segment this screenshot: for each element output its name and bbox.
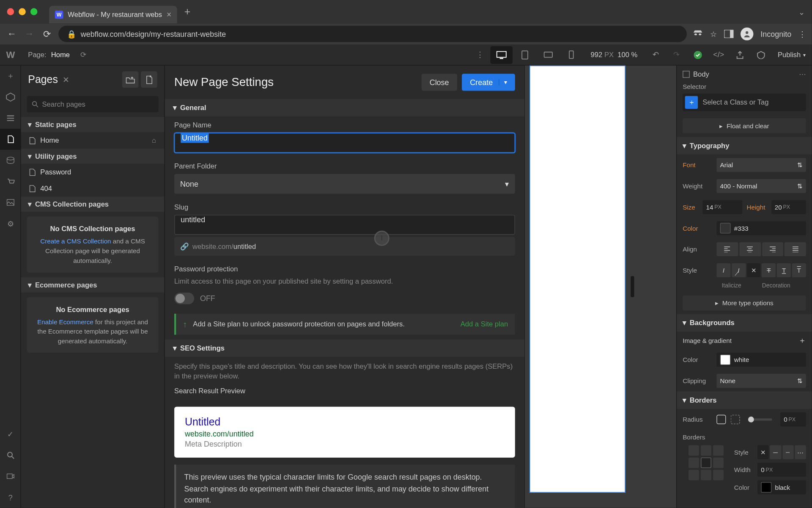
address-bar[interactable]: 🔒 webflow.com/design/my-restaurant-websi… xyxy=(58,26,687,42)
publish-button[interactable]: Publish▾ xyxy=(772,51,812,59)
viewport-desktop-button[interactable] xyxy=(490,46,513,63)
element-breadcrumb[interactable]: Body ⋯ xyxy=(677,66,812,83)
page-item-home[interactable]: Home ⌂ xyxy=(21,132,165,149)
add-background-button[interactable]: ＋ xyxy=(798,335,806,346)
cms-pages-header[interactable]: ▾ CMS Collection pages xyxy=(21,196,165,212)
border-solid-button[interactable]: ─ xyxy=(770,445,781,459)
text-color-swatch[interactable] xyxy=(720,223,731,234)
tab-close-icon[interactable]: × xyxy=(167,10,171,19)
line-height-input[interactable]: 20PX xyxy=(771,200,806,214)
page-item-password[interactable]: Password xyxy=(21,164,165,180)
add-element-icon[interactable]: ＋ xyxy=(0,66,21,87)
float-clear-toggle[interactable]: ▸ Float and clear xyxy=(683,118,806,133)
page-item-404[interactable]: 404 xyxy=(21,180,165,197)
star-icon[interactable]: ☆ xyxy=(710,30,717,39)
design-canvas[interactable] xyxy=(525,66,676,508)
tabs-dropdown-icon[interactable]: ⌄ xyxy=(798,7,805,16)
search-rail-icon[interactable] xyxy=(0,444,21,466)
border-width-input[interactable]: 0PX xyxy=(757,463,806,477)
bg-color-swatch[interactable] xyxy=(720,354,731,365)
align-right-button[interactable] xyxy=(762,242,783,256)
undo-button[interactable]: ↶ xyxy=(646,46,666,63)
enable-ecom-link[interactable]: Enable Ecommerce xyxy=(37,318,93,325)
seo-section-header[interactable]: ▾ SEO Settings xyxy=(165,339,524,356)
export-icon[interactable] xyxy=(730,46,750,63)
strike-button[interactable]: T xyxy=(762,263,776,277)
new-tab-button[interactable]: + xyxy=(184,6,191,18)
border-dashed-button[interactable]: ┄ xyxy=(782,445,794,459)
radius-input[interactable]: 0PX xyxy=(780,412,806,426)
window-maximize-button[interactable] xyxy=(30,8,38,15)
border-side-picker[interactable] xyxy=(689,445,724,480)
weight-select[interactable]: 400 - Normal⇅ xyxy=(716,179,806,193)
general-section-header[interactable]: ▾ General xyxy=(165,99,524,116)
browser-menu-icon[interactable]: ⋮ xyxy=(798,30,806,39)
reload-button[interactable]: ⟳ xyxy=(41,28,53,39)
border-all[interactable] xyxy=(701,458,711,468)
window-close-button[interactable] xyxy=(7,8,14,15)
close-button[interactable]: Close xyxy=(421,74,457,91)
align-left-button[interactable] xyxy=(716,242,738,256)
overline-button[interactable]: T xyxy=(792,263,806,277)
align-justify-button[interactable] xyxy=(785,242,806,256)
border-dotted-button[interactable]: ⋯ xyxy=(795,445,806,459)
create-button[interactable]: Create▾ xyxy=(462,74,515,91)
border-left[interactable] xyxy=(689,458,699,468)
settings-rail-icon[interactable]: ⚙ xyxy=(0,213,21,234)
ecom-pages-header[interactable]: ▾ Ecommerce pages xyxy=(21,277,165,292)
slug-input[interactable]: untitled xyxy=(174,215,515,235)
password-toggle[interactable] xyxy=(174,293,194,304)
create-dropdown-icon[interactable]: ▾ xyxy=(499,79,507,86)
help-icon[interactable]: ? xyxy=(0,487,21,508)
radius-individual-icon[interactable] xyxy=(731,415,740,424)
static-pages-header[interactable]: ▾ Static pages xyxy=(21,117,165,132)
viewport-landscape-button[interactable] xyxy=(537,46,559,63)
borders-header[interactable]: ▾ Borders xyxy=(677,392,812,409)
redo-button[interactable]: ↷ xyxy=(667,46,686,63)
parent-folder-select[interactable]: None▾ xyxy=(174,174,515,193)
border-bottom[interactable] xyxy=(701,470,711,480)
page-name-input[interactable]: Untitled xyxy=(174,133,515,153)
back-button[interactable]: ← xyxy=(6,29,18,39)
pages-icon[interactable] xyxy=(0,129,21,150)
assets-icon[interactable] xyxy=(0,192,21,213)
profile-avatar-icon[interactable] xyxy=(741,28,753,40)
new-folder-button[interactable] xyxy=(122,72,139,88)
typography-header[interactable]: ▾ Typography xyxy=(677,137,812,154)
kebab-menu-icon[interactable]: ⋮ xyxy=(470,46,490,63)
class-selector-input[interactable]: ＋ Select a Class or Tag xyxy=(683,94,806,111)
utility-pages-header[interactable]: ▾ Utility pages xyxy=(21,149,165,164)
webflow-logo-icon[interactable]: W xyxy=(0,44,21,65)
canvas-resize-handle[interactable] xyxy=(631,276,634,297)
video-icon[interactable] xyxy=(0,466,21,487)
checklist-icon[interactable]: ✓ xyxy=(0,424,21,445)
border-top[interactable] xyxy=(701,445,711,456)
breadcrumb-more-icon[interactable]: ⋯ xyxy=(799,70,806,78)
create-cms-link[interactable]: Create a CMS Collection xyxy=(40,237,111,245)
pages-search-input[interactable]: Search pages xyxy=(27,96,159,113)
window-minimize-button[interactable] xyxy=(19,8,26,15)
navigator-icon[interactable] xyxy=(0,108,21,129)
font-size-input[interactable]: 14PX xyxy=(702,200,742,214)
code-icon[interactable]: </> xyxy=(709,46,729,63)
italic-off-button[interactable]: I⁄ xyxy=(732,263,746,277)
page-selector[interactable]: Page: Home ⟳ xyxy=(21,51,93,59)
ecommerce-icon[interactable] xyxy=(0,171,21,192)
more-type-toggle[interactable]: ▸ More type options xyxy=(683,295,806,311)
underline-button[interactable]: T xyxy=(777,263,791,277)
radius-slider[interactable] xyxy=(748,418,772,421)
viewport-tablet-button[interactable] xyxy=(513,46,536,63)
border-color-input[interactable]: black xyxy=(757,480,806,494)
pages-panel-close-icon[interactable]: ✕ xyxy=(63,75,70,84)
add-class-icon[interactable]: ＋ xyxy=(685,96,698,109)
viewport-mobile-button[interactable] xyxy=(560,46,583,63)
panel-icon[interactable] xyxy=(724,30,734,38)
symbols-icon[interactable] xyxy=(0,87,21,108)
align-center-button[interactable] xyxy=(739,242,761,256)
add-site-plan-link[interactable]: Add a Site plan xyxy=(460,320,508,328)
decoration-none-button[interactable]: ✕ xyxy=(747,263,761,277)
italic-on-button[interactable]: I xyxy=(716,263,730,277)
clipping-select[interactable]: None⇅ xyxy=(716,374,806,388)
border-none-button[interactable]: ✕ xyxy=(757,445,769,459)
font-select[interactable]: Arial⇅ xyxy=(716,158,806,172)
